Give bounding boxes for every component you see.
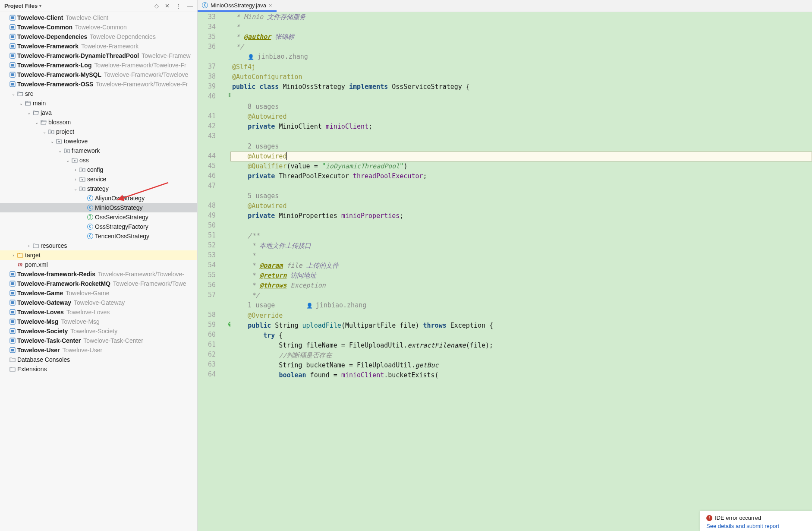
tree-item[interactable]: CTencentOssStrategy <box>0 231 197 241</box>
code-line[interactable]: 5 usages <box>230 191 812 201</box>
tree-item[interactable]: ⌄oss <box>0 155 197 165</box>
code-line[interactable]: @AutoConfiguration <box>230 72 812 82</box>
hide-icon[interactable]: — <box>187 3 193 9</box>
tree-item[interactable]: ›service <box>0 174 197 184</box>
close-icon[interactable]: × <box>269 2 272 9</box>
tree-item[interactable]: Towelove-FrameworkTowelove-Framework <box>0 41 197 51</box>
tree-item[interactable]: CMinioOssStrategy <box>0 203 197 212</box>
tree-item[interactable]: Towelove-GameTowelove-Game <box>0 288 197 298</box>
tree-item[interactable]: Towelove-Framework-OSSTowelove-Framework… <box>0 79 197 89</box>
tree-item[interactable]: Towelove-DependenciesTowelove-Dependenci… <box>0 32 197 41</box>
chevron-icon[interactable]: › <box>72 177 79 182</box>
code-line[interactable]: @Slf4j <box>230 62 812 72</box>
code-line[interactable]: 👤 jinbiao.zhang <box>230 52 812 62</box>
tree-item[interactable]: Towelove-SocietyTowelove-Society <box>0 326 197 336</box>
tree-item[interactable]: Database Consoles <box>0 355 197 364</box>
code-line[interactable]: * @author 张锦标 <box>230 32 812 42</box>
tree-item[interactable]: Towelove-CommonTowelove-Common <box>0 22 197 32</box>
tree-item[interactable]: ⌄java <box>0 108 197 117</box>
code-line[interactable]: String fileName = FileUploadUtil.extract… <box>230 341 812 351</box>
chevron-icon[interactable]: › <box>10 253 16 258</box>
tree-item[interactable]: Towelove-LovesTowelove-Loves <box>0 307 197 317</box>
code-line[interactable]: //判断桶是否存在 <box>230 351 812 360</box>
tree-item[interactable]: ⌄blossom <box>0 117 197 127</box>
tree-item[interactable]: Towelove-MsgTowelove-Msg <box>0 317 197 326</box>
error-link[interactable]: See details and submit report <box>706 523 806 529</box>
editor-gutter[interactable]: 3334353637383940414243444546474849505152… <box>198 12 230 531</box>
chevron-icon[interactable]: ⌄ <box>41 130 47 134</box>
code-line[interactable]: 2 usages <box>230 142 812 152</box>
sidebar-title[interactable]: Project Files <box>4 3 38 9</box>
tree-item[interactable]: COssStrategyFactory <box>0 222 197 231</box>
code-line[interactable] <box>230 221 812 231</box>
chevron-icon[interactable]: ⌄ <box>34 120 40 125</box>
chevron-icon[interactable]: › <box>72 168 79 172</box>
code-line[interactable]: * @throws Exception <box>230 281 812 291</box>
tree-item[interactable]: ⌄strategy <box>0 184 197 193</box>
chevron-icon[interactable]: ⌄ <box>26 111 32 115</box>
tree-item[interactable]: ⌄project <box>0 127 197 136</box>
code-line[interactable]: @Qualifier(value = "ioDynamicThreadPool"… <box>230 161 812 171</box>
code-line[interactable]: /** <box>230 231 812 241</box>
tree-item[interactable]: Extensions <box>0 364 197 374</box>
tree-item[interactable]: IOssServiceStrategy <box>0 212 197 222</box>
tree-item[interactable]: Towelove-Framework-RocketMQTowelove-Fram… <box>0 279 197 288</box>
chevron-icon[interactable]: ⌄ <box>57 149 63 153</box>
tree-item[interactable]: ⌄framework <box>0 146 197 155</box>
code-line[interactable]: private MinioProperties minioProperties; <box>230 211 812 221</box>
tree-item[interactable]: Towelove-framework-RedisTowelove-Framewo… <box>0 269 197 279</box>
code-line[interactable]: * Minio 文件存储服务 <box>230 12 812 22</box>
tree-item[interactable]: ⌄towelove <box>0 136 197 146</box>
more-icon[interactable]: ⋮ <box>176 3 181 9</box>
code-line[interactable]: String bucketName = FileUploadUtil.getBu… <box>230 360 812 370</box>
code-line[interactable]: public class MinioOssStrategy implements… <box>230 82 812 92</box>
tree-item[interactable]: Towelove-Task-CenterTowelove-Task-Center <box>0 336 197 345</box>
chevron-icon[interactable]: ⌄ <box>49 139 55 144</box>
code-line[interactable]: * @return 访问地址 <box>230 271 812 281</box>
tab-file[interactable]: C MinioOssStrategy.java × <box>198 0 277 12</box>
code-line[interactable] <box>230 132 812 142</box>
code-line[interactable]: @Autowired <box>230 201 812 211</box>
locate-icon[interactable]: ◇ <box>154 3 159 9</box>
chevron-icon[interactable]: ⌄ <box>10 92 16 96</box>
code-line[interactable]: * <box>230 251 812 261</box>
code-line[interactable]: public String uploadFile(MultipartFile f… <box>230 321 812 331</box>
project-tree[interactable]: Towelove-ClientTowelove-ClientTowelove-C… <box>0 12 197 531</box>
ide-error-toast[interactable]: ! IDE error occurred See details and sub… <box>700 511 812 531</box>
tree-item[interactable]: ›config <box>0 165 197 174</box>
tree-item[interactable]: Towelove-ClientTowelove-Client <box>0 13 197 22</box>
tree-item[interactable]: Towelove-GatewayTowelove-Gateway <box>0 298 197 307</box>
code-line[interactable]: */ <box>230 291 812 300</box>
chevron-icon[interactable]: ⌄ <box>72 186 79 191</box>
tree-item[interactable]: Towelove-Framework-MySQLTowelove-Framewo… <box>0 70 197 79</box>
code-line[interactable]: @Autowired <box>230 112 812 122</box>
code-line[interactable]: * 本地文件上传接口 <box>230 241 812 251</box>
tree-item[interactable]: CAliyunOssStrategy <box>0 193 197 203</box>
tree-item[interactable]: ⌄main <box>0 98 197 108</box>
code-line[interactable]: try { <box>230 331 812 341</box>
tree-item[interactable]: ⌄src <box>0 89 197 98</box>
chevron-icon[interactable]: ⌄ <box>18 101 24 106</box>
tree-item[interactable]: Towelove-UserTowelove-User <box>0 345 197 355</box>
code-line[interactable]: @Override <box>230 311 812 321</box>
code-line[interactable]: 8 usages <box>230 102 812 112</box>
collapse-icon[interactable]: ✕ <box>165 3 170 9</box>
code-line[interactable]: * @param file 上传的文件 <box>230 261 812 271</box>
code-line[interactable]: * <box>230 22 812 32</box>
code-line[interactable]: */ <box>230 42 812 52</box>
tree-item[interactable]: ›target <box>0 250 197 260</box>
tree-item[interactable]: Towelove-Framework-LogTowelove-Framework… <box>0 60 197 70</box>
code-line[interactable]: private ThreadPoolExecutor threadPoolExe… <box>230 171 812 181</box>
code-line[interactable] <box>230 181 812 191</box>
chevron-icon[interactable]: › <box>26 243 32 248</box>
code-line[interactable]: @Autowired <box>230 152 812 161</box>
code-line[interactable]: boolean found = minioClient.bucketExists… <box>230 370 812 380</box>
chevron-icon[interactable]: ⌄ <box>65 158 71 163</box>
code-line[interactable]: 1 usage 👤 jinbiao.zhang <box>230 300 812 311</box>
chevron-down-icon[interactable]: ▾ <box>39 3 41 8</box>
tree-item[interactable]: ›resources <box>0 241 197 250</box>
tree-item[interactable]: Towelove-Framework-DynamicThreadPoolTowe… <box>0 51 197 60</box>
tree-item[interactable]: mpom.xml <box>0 260 197 269</box>
code-line[interactable]: private MinioClient minioClient; <box>230 122 812 132</box>
code-line[interactable] <box>230 92 812 102</box>
